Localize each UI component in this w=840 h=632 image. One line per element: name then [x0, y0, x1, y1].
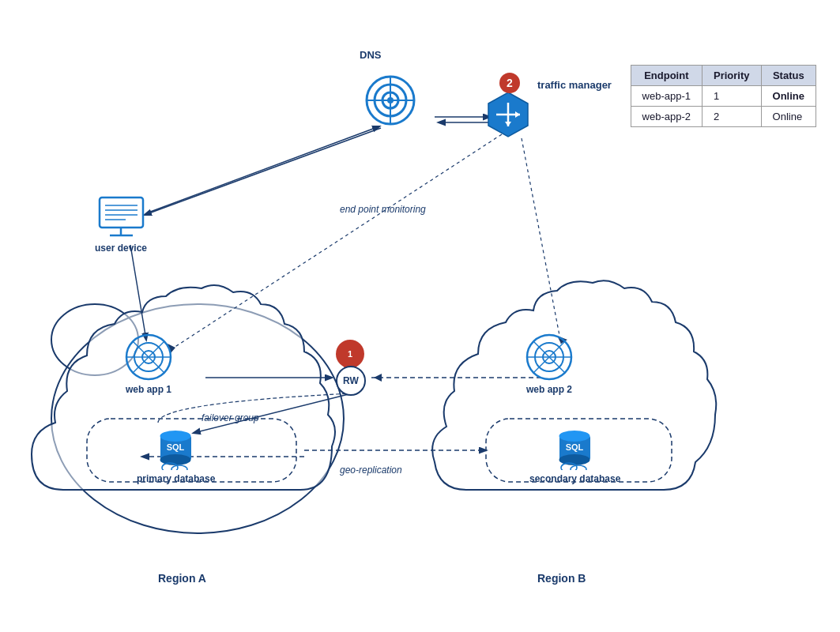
col-status: Status: [761, 66, 816, 86]
secondary-db-wrap: SQL secondary database: [529, 427, 620, 484]
svg-text:1: 1: [348, 349, 352, 359]
traffic-manager-icon: [484, 91, 532, 138]
user-device-wrap: user device: [95, 196, 147, 254]
svg-line-8: [130, 245, 146, 340]
web-app-1-label: web app 1: [126, 384, 171, 395]
diagram: DNS 2 traffic manager End: [0, 0, 840, 632]
primary-db-icon: SQL: [154, 427, 198, 470]
svg-point-57: [171, 465, 187, 470]
web-app-2-wrap: web app 2: [525, 333, 573, 395]
traffic-manager-table: Endpoint Priority Status web-app-1 1 Onl…: [631, 62, 816, 127]
svg-line-4: [146, 126, 379, 213]
region-a-label: Region A: [158, 572, 206, 585]
svg-point-53: [160, 431, 191, 442]
col-priority: Priority: [703, 66, 762, 86]
svg-line-11: [522, 138, 561, 344]
svg-marker-15: [374, 374, 382, 382]
badge-2: 2: [499, 73, 520, 93]
endpoint-monitoring-label: end point monitoring: [340, 204, 426, 215]
failover-group-label: failover group: [202, 412, 259, 423]
secondary-db-icon: SQL: [553, 427, 597, 470]
dns-icon: [365, 75, 416, 126]
user-device-label: user device: [95, 243, 147, 254]
web-app-1-icon: [125, 333, 172, 381]
primary-db-wrap: SQL primary database: [137, 427, 215, 484]
user-device-icon: [96, 196, 147, 239]
rw-circle: RW: [336, 366, 366, 396]
svg-line-9: [174, 134, 502, 348]
dns-label: DNS: [360, 49, 381, 61]
traffic-manager-wrap: [484, 91, 532, 138]
web-app-2-icon: [525, 333, 573, 381]
svg-point-59: [559, 431, 590, 442]
svg-line-7: [145, 128, 381, 215]
primary-db-label: primary database: [137, 473, 215, 484]
endpoint-2: web-app-2: [631, 107, 702, 127]
svg-point-0: [51, 304, 344, 533]
table-row: web-app-2 2 Online: [631, 107, 816, 127]
status-1: Online: [761, 86, 816, 107]
geo-replication-label: geo-replication: [340, 465, 402, 476]
col-endpoint: Endpoint: [631, 66, 702, 86]
region-b-label: Region B: [537, 572, 586, 585]
web-app-2-label: web app 2: [526, 384, 572, 395]
svg-rect-30: [100, 198, 143, 228]
svg-point-63: [571, 465, 586, 470]
svg-text:SQL: SQL: [167, 442, 185, 452]
priority-1: 1: [703, 86, 762, 107]
dns-icon-wrap: [365, 75, 416, 126]
status-2: Online: [761, 107, 816, 127]
table-row: web-app-1 1 Online: [631, 86, 816, 107]
priority-2: 2: [703, 107, 762, 127]
secondary-db-label: secondary database: [529, 473, 620, 484]
web-app-1-wrap: web app 1: [125, 333, 172, 395]
traffic-manager-label: traffic manager: [537, 79, 612, 91]
endpoint-1: web-app-1: [631, 86, 702, 107]
svg-text:SQL: SQL: [566, 442, 584, 452]
